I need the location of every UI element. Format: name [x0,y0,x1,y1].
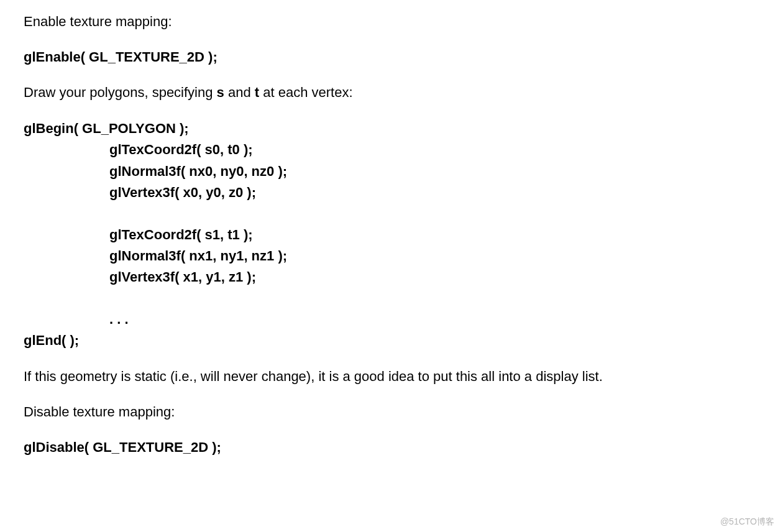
enable-texture-text: Enable texture mapping: [24,12,759,32]
polygon-code-block: glBegin( GL_POLYGON ); glTexCoord2f( s0,… [24,118,759,351]
code-end: glEnd( ); [24,330,759,351]
code-vertex0: glVertex3f( x0, y0, z0 ); [24,182,759,203]
disable-texture-text: Disable texture mapping: [24,403,759,422]
gl-enable-code: glEnable( GL_TEXTURE_2D ); [24,48,759,67]
code-normal1: glNormal3f( nx1, ny1, nz1 ); [24,245,759,267]
draw-polygons-t: t [255,85,259,100]
draw-polygons-prefix: Draw your polygons, specifying [24,85,217,100]
static-geometry-text: If this geometry is static (i.e., will n… [24,367,759,387]
draw-polygons-suffix: at each vertex: [259,85,352,100]
code-normal0: glNormal3f( nx0, ny0, nz0 ); [24,161,759,182]
draw-polygons-mid: and [224,85,255,100]
gl-disable-code: glDisable( GL_TEXTURE_2D ); [24,438,759,457]
code-texcoord1: glTexCoord2f( s1, t1 ); [24,224,759,245]
code-blank1 [24,203,759,224]
code-vertex1: glVertex3f( x1, y1, z1 ); [24,267,759,288]
watermark: @51CTO博客 [720,516,774,528]
document-content: Enable texture mapping: glEnable( GL_TEX… [24,12,759,457]
code-begin: glBegin( GL_POLYGON ); [24,118,759,139]
draw-polygons-s: s [217,85,224,100]
draw-polygons-text: Draw your polygons, specifying s and t a… [24,83,759,103]
code-texcoord0: glTexCoord2f( s0, t0 ); [24,139,759,160]
code-blank2 [24,288,759,309]
code-ellipsis: . . . [24,309,759,330]
